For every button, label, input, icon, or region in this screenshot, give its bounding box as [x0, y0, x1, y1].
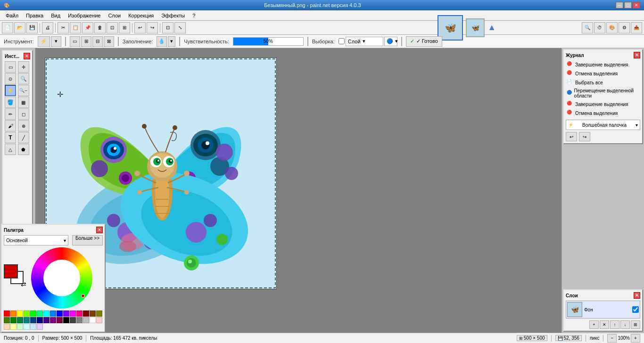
- layer-visibility-0[interactable]: [632, 306, 639, 313]
- journal-undo-button[interactable]: ↩: [566, 132, 577, 141]
- layer-merge-button[interactable]: ⊞: [631, 320, 640, 329]
- tool-paint-bucket[interactable]: 🪣: [5, 97, 16, 108]
- tool-lasso[interactable]: ⊙: [5, 73, 16, 84]
- swatch-maroon[interactable]: [83, 310, 89, 317]
- tool-zoom-in[interactable]: 🔍: [18, 73, 29, 84]
- fill-icon[interactable]: 💧: [157, 36, 167, 47]
- resize-button[interactable]: ⤡: [174, 22, 186, 33]
- fill-dropdown-btn[interactable]: ▾: [168, 36, 175, 47]
- layer-dropdown[interactable]: Слой ▾: [346, 37, 383, 46]
- new-button[interactable]: 📄: [2, 22, 13, 33]
- swatch-indigo[interactable]: [43, 317, 50, 323]
- menu-view[interactable]: Вид: [47, 12, 64, 19]
- cut-button[interactable]: ✂: [58, 22, 69, 33]
- tool-gradient[interactable]: ▦: [18, 97, 29, 108]
- tool-brush[interactable]: 🖌: [5, 120, 16, 131]
- swatch-dark-rose[interactable]: [57, 317, 63, 323]
- crop-button[interactable]: ⊡: [162, 22, 173, 33]
- redo-button[interactable]: ↪: [147, 22, 158, 33]
- toolbar-icon-4[interactable]: ⚙: [619, 22, 630, 33]
- tool-extra[interactable]: ⬟: [18, 144, 29, 155]
- tool-shape[interactable]: △: [5, 144, 16, 155]
- print-button[interactable]: 🖨: [42, 22, 53, 33]
- journal-tool-dropdown[interactable]: ⚡ Волшебная палочка ▾: [566, 120, 640, 130]
- toolbar-icon-2[interactable]: ⏱: [594, 22, 605, 33]
- swatch-dark-gray[interactable]: [70, 317, 76, 323]
- tool-line[interactable]: ╱: [18, 132, 29, 143]
- close-button[interactable]: ✕: [633, 2, 640, 8]
- journal-item-5[interactable]: 🔴 Отмена выделения: [566, 109, 640, 118]
- tools-panel-close[interactable]: ✕: [24, 53, 30, 59]
- layer-item-0[interactable]: 🦋 Фон: [566, 301, 640, 318]
- open-button[interactable]: 📂: [14, 22, 25, 33]
- palette-close-button[interactable]: ✕: [96, 227, 103, 233]
- layer-up-button[interactable]: ↑: [610, 320, 619, 329]
- swatch-sea-green[interactable]: [17, 317, 23, 323]
- delete-button[interactable]: 🗑: [94, 22, 106, 33]
- palette-mode-dropdown[interactable]: Основной ▾: [4, 235, 68, 245]
- sel-add[interactable]: ⊞: [81, 36, 91, 47]
- swatch-orange[interactable]: [10, 310, 17, 317]
- menu-effects[interactable]: Эффекты: [157, 12, 189, 19]
- sensitivity-slider[interactable]: 50%: [233, 37, 304, 46]
- selection-checkbox[interactable]: [339, 38, 345, 44]
- selection-option-dropdown[interactable]: 🔵 ▾: [384, 37, 397, 46]
- swatch-light-blue[interactable]: [30, 324, 36, 330]
- menu-image[interactable]: Изображение: [64, 12, 104, 19]
- save-button[interactable]: 💾: [26, 22, 38, 33]
- thumbnail-nav-up[interactable]: ▲: [487, 23, 496, 33]
- undo-button[interactable]: ↩: [134, 22, 146, 33]
- swatch-azure[interactable]: [50, 310, 56, 317]
- palette-more-button[interactable]: Больше >>: [72, 235, 103, 245]
- swatch-rose[interactable]: [76, 310, 83, 317]
- swatch-purple[interactable]: [50, 317, 56, 323]
- swatch-gray[interactable]: [76, 317, 83, 323]
- swatch-violet[interactable]: [63, 310, 69, 317]
- layer-add-button[interactable]: +: [589, 320, 599, 329]
- layers-close-button[interactable]: ✕: [634, 292, 640, 299]
- journal-item-1[interactable]: 🔴 Отмена выделения: [566, 69, 640, 78]
- toolbar-icon-1[interactable]: 🔍: [582, 22, 593, 33]
- swatch-light-cyan[interactable]: [24, 324, 30, 330]
- tool-rectangle-select[interactable]: ▭: [5, 61, 16, 73]
- swatch-dark-azure[interactable]: [30, 317, 36, 323]
- copy-button[interactable]: 📋: [70, 22, 81, 33]
- swatch-white[interactable]: [90, 317, 96, 323]
- swatch-olive[interactable]: [96, 310, 102, 317]
- thumbnail-secondary[interactable]: 🦋: [466, 18, 485, 37]
- tool-clone-stamp[interactable]: ⊕: [18, 120, 29, 131]
- menu-file[interactable]: Файл: [2, 12, 22, 19]
- done-button[interactable]: ✓ ✓ Готово: [406, 36, 442, 47]
- layer-down-button[interactable]: ↓: [620, 320, 630, 329]
- sel-subtract[interactable]: ⊟: [92, 36, 103, 47]
- swatch-dark-green-yellow[interactable]: [4, 317, 10, 323]
- swatch-light-yellow[interactable]: [10, 324, 17, 330]
- swatch-spring-green[interactable]: [37, 310, 43, 317]
- swatch-lavender[interactable]: [37, 324, 43, 330]
- journal-item-3[interactable]: 🔵 Перемещение выделенной области: [566, 87, 640, 100]
- sel-intersect[interactable]: ⊠: [104, 36, 114, 47]
- swap-colors-btn[interactable]: ⇄: [21, 280, 26, 288]
- swatch-yellow[interactable]: [17, 310, 23, 317]
- menu-corrections[interactable]: Коррекция: [124, 12, 157, 19]
- fg-color-box[interactable]: [4, 264, 18, 278]
- swatch-green[interactable]: [30, 310, 36, 317]
- journal-item-0[interactable]: 🔴 Завершение выделения: [566, 60, 640, 69]
- swatch-navy[interactable]: [37, 317, 43, 323]
- maximize-button[interactable]: □: [624, 2, 632, 8]
- toolbar-icon-5[interactable]: 📤: [631, 22, 642, 33]
- swatch-silver[interactable]: [83, 317, 89, 323]
- deselect-button[interactable]: ⊡: [107, 22, 118, 33]
- swatch-red[interactable]: [4, 310, 10, 317]
- tool-move[interactable]: ✛: [18, 61, 29, 73]
- swatch-yellow-green[interactable]: [24, 310, 30, 317]
- color-wheel-container[interactable]: [31, 247, 92, 309]
- swatch-teal[interactable]: [24, 317, 30, 323]
- sel-replace[interactable]: ▭: [70, 36, 80, 47]
- zoom-in-button[interactable]: +: [631, 334, 640, 343]
- journal-item-2[interactable]: 📄 Выбрать все: [566, 78, 640, 87]
- journal-item-4[interactable]: 🔴 Завершение выделения: [566, 100, 640, 109]
- tool-text[interactable]: T: [5, 132, 16, 143]
- swatch-brown[interactable]: [90, 310, 96, 317]
- tool-eraser[interactable]: ◻: [18, 108, 29, 120]
